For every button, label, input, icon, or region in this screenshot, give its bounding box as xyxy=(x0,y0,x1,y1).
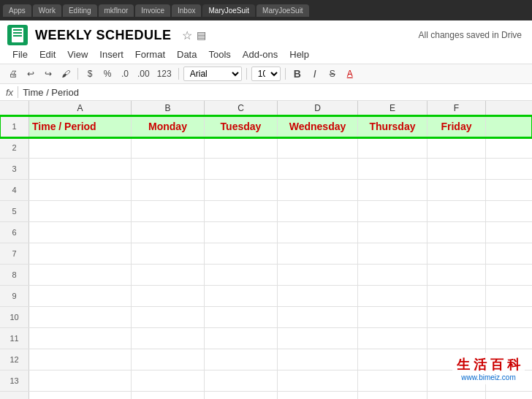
cell-b12[interactable] xyxy=(132,349,205,370)
cell-a3[interactable] xyxy=(29,159,132,179)
cell-e6[interactable] xyxy=(358,222,428,243)
cell-c13[interactable] xyxy=(205,370,278,391)
cell-d10[interactable] xyxy=(278,307,358,327)
cell-e12[interactable] xyxy=(358,349,428,370)
cell-b13[interactable] xyxy=(132,370,205,391)
cell-f4[interactable] xyxy=(428,180,486,200)
cell-c14[interactable] xyxy=(205,392,278,399)
strikethrough-button[interactable]: S xyxy=(325,66,340,81)
menu-tools[interactable]: Tools xyxy=(203,47,235,62)
cell-c11[interactable] xyxy=(205,328,278,349)
cell-b11[interactable] xyxy=(132,328,205,349)
cell-d13[interactable] xyxy=(278,370,358,391)
cell-c1[interactable]: Tuesday xyxy=(205,116,278,137)
cell-e1[interactable]: Thursday xyxy=(358,116,428,137)
cell-b3[interactable] xyxy=(132,159,205,179)
menu-insert[interactable]: Insert xyxy=(94,47,129,62)
cell-d12[interactable] xyxy=(278,349,358,370)
cell-a4[interactable] xyxy=(29,180,132,200)
cell-f14[interactable] xyxy=(428,392,486,399)
cell-f5[interactable] xyxy=(428,201,486,221)
cell-c8[interactable] xyxy=(205,265,278,285)
decimal-dec-button[interactable]: .0 xyxy=(118,66,132,81)
tab-maryjoecurrent[interactable]: MaryJoeSuit xyxy=(202,4,255,17)
font-selector[interactable]: Arial xyxy=(183,66,242,81)
cell-b10[interactable] xyxy=(132,307,205,327)
cell-a8[interactable] xyxy=(29,265,132,285)
tab-editing[interactable]: Editing xyxy=(63,4,97,17)
tab-maryjoe2[interactable]: MaryJoeSuit xyxy=(256,4,309,17)
cell-c2[interactable] xyxy=(205,137,278,158)
cell-c3[interactable] xyxy=(205,159,278,179)
cell-a14[interactable] xyxy=(29,392,132,399)
number-format-button[interactable]: 123 xyxy=(155,66,174,81)
cell-f9[interactable] xyxy=(428,286,486,306)
cell-e4[interactable] xyxy=(358,180,428,200)
decimal-inc-button[interactable]: .00 xyxy=(135,66,152,81)
print-button[interactable]: 🖨 xyxy=(6,66,20,81)
cell-d5[interactable] xyxy=(278,201,358,221)
cell-f11[interactable] xyxy=(428,328,486,349)
tab-mkflnor[interactable]: mkflnor xyxy=(99,4,134,17)
cell-a12[interactable] xyxy=(29,349,132,370)
cell-c7[interactable] xyxy=(205,243,278,264)
cell-a10[interactable] xyxy=(29,307,132,327)
cell-e14[interactable] xyxy=(358,392,428,399)
cell-d9[interactable] xyxy=(278,286,358,306)
cell-d1[interactable]: Wednesday xyxy=(278,116,358,137)
cell-c6[interactable] xyxy=(205,222,278,243)
cell-f1[interactable]: Friday xyxy=(428,116,486,137)
cell-f10[interactable] xyxy=(428,307,486,327)
menu-help[interactable]: Help xyxy=(284,47,314,62)
cell-b2[interactable] xyxy=(132,137,205,158)
cell-d7[interactable] xyxy=(278,243,358,264)
cell-d3[interactable] xyxy=(278,159,358,179)
cell-d11[interactable] xyxy=(278,328,358,349)
menu-addons[interactable]: Add-ons xyxy=(238,47,283,62)
tab-work[interactable]: Work xyxy=(33,4,61,17)
bold-button[interactable]: B xyxy=(290,66,305,81)
tab-inbox[interactable]: Inbox xyxy=(172,4,201,17)
cell-e2[interactable] xyxy=(358,137,428,158)
cell-a2[interactable] xyxy=(29,137,132,158)
currency-button[interactable]: $ xyxy=(83,66,97,81)
cell-f8[interactable] xyxy=(428,265,486,285)
cell-d8[interactable] xyxy=(278,265,358,285)
cell-b14[interactable] xyxy=(132,392,205,399)
cell-c12[interactable] xyxy=(205,349,278,370)
star-icon[interactable]: ☆ xyxy=(182,28,192,42)
menu-file[interactable]: File xyxy=(7,47,33,62)
cell-d6[interactable] xyxy=(278,222,358,243)
cell-e11[interactable] xyxy=(358,328,428,349)
cell-c4[interactable] xyxy=(205,180,278,200)
cell-b5[interactable] xyxy=(132,201,205,221)
cell-b8[interactable] xyxy=(132,265,205,285)
cell-e5[interactable] xyxy=(358,201,428,221)
cell-e9[interactable] xyxy=(358,286,428,306)
cell-f3[interactable] xyxy=(428,159,486,179)
cell-f7[interactable] xyxy=(428,243,486,264)
cell-c10[interactable] xyxy=(205,307,278,327)
col-header-a[interactable]: A xyxy=(29,101,132,115)
cell-b6[interactable] xyxy=(132,222,205,243)
menu-view[interactable]: View xyxy=(62,47,93,62)
cell-b4[interactable] xyxy=(132,180,205,200)
cell-a13[interactable] xyxy=(29,370,132,391)
tab-invoice[interactable]: Invoice xyxy=(135,4,170,17)
cell-e3[interactable] xyxy=(358,159,428,179)
redo-button[interactable]: ↪ xyxy=(41,66,56,81)
cell-a6[interactable] xyxy=(29,222,132,243)
cell-d2[interactable] xyxy=(278,137,358,158)
cell-e10[interactable] xyxy=(358,307,428,327)
cell-a7[interactable] xyxy=(29,243,132,264)
cell-f2[interactable] xyxy=(428,137,486,158)
menu-edit[interactable]: Edit xyxy=(34,47,61,62)
percent-button[interactable]: % xyxy=(100,66,115,81)
col-header-f[interactable]: F xyxy=(428,101,486,115)
italic-button[interactable]: I xyxy=(308,66,322,81)
cell-d14[interactable] xyxy=(278,392,358,399)
tab-apps[interactable]: Apps xyxy=(3,4,31,17)
cell-b9[interactable] xyxy=(132,286,205,306)
menu-data[interactable]: Data xyxy=(172,47,202,62)
font-size-selector[interactable]: 10 xyxy=(251,66,281,81)
